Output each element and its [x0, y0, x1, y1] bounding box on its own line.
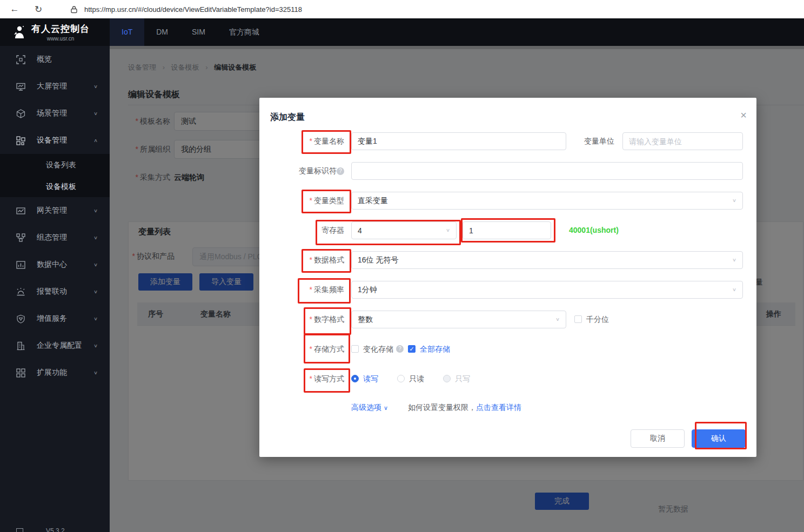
register-address-input[interactable]	[463, 221, 551, 239]
variable-identifier-label: 变量标识符?	[281, 162, 344, 180]
sidebar-item-extension[interactable]: 扩展功能 ∨	[0, 359, 110, 386]
variable-name-label: *变量名称	[281, 132, 344, 150]
sidebar-item-label: 设备管理	[37, 136, 67, 145]
sidebar-item-gateway[interactable]: 网关管理 ∨	[0, 197, 110, 224]
variable-identifier-input[interactable]	[351, 162, 743, 180]
variable-type-select[interactable]: 直采变量∨	[351, 192, 743, 210]
confirm-button[interactable]: 确认	[692, 429, 746, 448]
chevron-down-icon: ∨	[93, 235, 98, 240]
cancel-button[interactable]: 取消	[631, 429, 685, 448]
enterprise-icon	[16, 341, 25, 351]
value-service-icon	[16, 314, 25, 324]
permission-detail-link[interactable]: 点击查看详情	[476, 403, 521, 412]
top-nav: 有人云控制台 www.usr.cn IoT DM SIM 官方商城	[0, 18, 804, 46]
question-circle-icon[interactable]: ?	[396, 345, 404, 353]
chevron-down-icon: ∨	[93, 370, 98, 375]
sidebar-subitem-device-template[interactable]: 设备模板	[0, 176, 110, 197]
storage-all-label: 全部存储	[420, 340, 450, 358]
sidebar-item-label: 数据中心	[37, 260, 67, 270]
data-format-label: *数据格式	[281, 251, 344, 269]
required-asterisk: *	[310, 255, 312, 264]
storage-change-checkbox[interactable]	[351, 345, 359, 353]
sidebar-item-scene[interactable]: 场景管理 ∨	[0, 100, 110, 127]
brand-logo[interactable]: 有人云控制台 www.usr.cn	[0, 18, 110, 46]
chevron-down-icon: ∨	[555, 316, 560, 322]
sidebar-subitem-device-list[interactable]: 设备列表	[0, 154, 110, 176]
browser-reload-icon[interactable]: ↻	[30, 4, 46, 15]
advanced-options-link[interactable]: 高级选项 ∨	[351, 399, 388, 416]
close-icon[interactable]: ×	[740, 110, 747, 120]
chevron-down-icon: ∨	[732, 198, 736, 203]
register-select[interactable]: 4∨	[351, 221, 457, 239]
thousands-checkbox[interactable]	[574, 315, 582, 323]
sidebar-item-label: 增值服务	[37, 314, 67, 324]
chevron-down-icon: ∨	[384, 405, 388, 411]
chevron-down-icon: ∨	[732, 287, 736, 292]
scene-icon	[16, 109, 25, 118]
sidebar-item-datacenter[interactable]: 数据中心 ∨	[0, 251, 110, 278]
data-format-select[interactable]: 16位 无符号∨	[351, 251, 743, 269]
add-variable-modal: 添加变量 × *变量名称 变量单位 变量标识符? *变量类型 直采变量∨ 寄存器…	[259, 98, 756, 457]
sidebar-submenu-device: 设备列表 设备模板	[0, 154, 110, 197]
browser-back-icon[interactable]: ←	[6, 4, 23, 15]
register-hint: 40001(ushort)	[569, 221, 619, 239]
nav-tab-shop[interactable]: 官方商城	[217, 18, 271, 46]
chevron-down-icon: ∨	[446, 227, 450, 233]
register-label: 寄存器	[281, 221, 344, 239]
chevron-down-icon: ∨	[93, 208, 98, 213]
variable-name-input[interactable]	[351, 132, 566, 150]
brand-title: 有人云控制台	[31, 23, 90, 35]
scada-icon	[16, 233, 25, 243]
number-format-label: *数字格式	[281, 311, 344, 328]
sidebar-item-label: 场景管理	[37, 109, 67, 118]
nav-tab-iot[interactable]: IoT	[110, 18, 144, 46]
nav-tab-dm[interactable]: DM	[144, 18, 180, 46]
sidebar-item-enterprise[interactable]: 企业专属配置 ∨	[0, 332, 110, 359]
variable-type-label: *变量类型	[281, 192, 344, 210]
browser-chrome: ← ↻ https://mp.usr.cn/#/cloud/device/Vie…	[0, 0, 804, 19]
question-circle-icon[interactable]: ?	[337, 167, 344, 175]
radio-read-write-label: 读写	[363, 370, 378, 388]
sidebar-item-bigscreen[interactable]: 大屏管理 ∨	[0, 73, 110, 100]
sidebar-item-scada[interactable]: 组态管理 ∨	[0, 224, 110, 251]
radio-read-write[interactable]	[351, 375, 359, 382]
chevron-down-icon: ∨	[93, 84, 98, 89]
radio-write-only[interactable]	[443, 375, 451, 382]
url-bar[interactable]: https://mp.usr.cn/#/cloud/device/ViewEdi…	[84, 5, 302, 14]
storage-all-checkbox[interactable]: ✓	[408, 345, 416, 353]
required-asterisk: *	[310, 345, 312, 353]
sidebar-item-alarm[interactable]: 报警联动 ∨	[0, 278, 110, 305]
sidebar-item-device[interactable]: 设备管理 ∧	[0, 127, 110, 154]
radio-read-only[interactable]	[397, 375, 405, 382]
variable-unit-input[interactable]	[622, 132, 743, 150]
sidebar-item-label: 大屏管理	[37, 82, 67, 91]
radio-write-only-label: 只写	[455, 370, 470, 388]
nav-tab-sim[interactable]: SIM	[180, 18, 217, 46]
required-asterisk: *	[310, 196, 312, 205]
collect-frequency-label: *采集频率	[281, 281, 344, 299]
sidebar-item-label: 报警联动	[37, 287, 67, 297]
storage-method-label: *存储方式	[281, 340, 344, 358]
collect-frequency-select[interactable]: 1分钟∨	[351, 281, 743, 299]
required-asterisk: *	[310, 285, 312, 294]
version-label: V5.3.2	[46, 527, 65, 532]
thousands-label: 千分位	[586, 311, 609, 328]
variable-unit-label: 变量单位	[551, 132, 614, 150]
sidebar-version: V5.3.2	[0, 527, 110, 532]
chevron-down-icon: ∨	[93, 343, 98, 348]
sidebar-item-overview[interactable]: 概览	[0, 46, 110, 73]
sidebar-item-label: 概览	[37, 55, 52, 64]
sidebar-item-label: 企业专属配置	[37, 341, 82, 351]
alarm-icon	[16, 287, 25, 297]
device-icon	[16, 136, 25, 145]
chevron-down-icon: ∨	[93, 262, 98, 267]
sidebar-item-vas[interactable]: 增值服务 ∨	[0, 305, 110, 332]
chevron-up-icon: ∧	[93, 138, 98, 143]
chevron-down-icon: ∨	[732, 257, 736, 262]
chevron-down-icon: ∨	[93, 316, 98, 321]
number-format-select[interactable]: 整数∨	[351, 311, 566, 328]
sidebar: 概览 大屏管理 ∨ 场景管理 ∨ 设备管理 ∧ 设备列表 设备模板 网关管理 ∨…	[0, 46, 110, 532]
chevron-down-icon: ∨	[93, 111, 98, 116]
bigscreen-icon	[16, 82, 25, 91]
datacenter-icon	[16, 260, 25, 270]
